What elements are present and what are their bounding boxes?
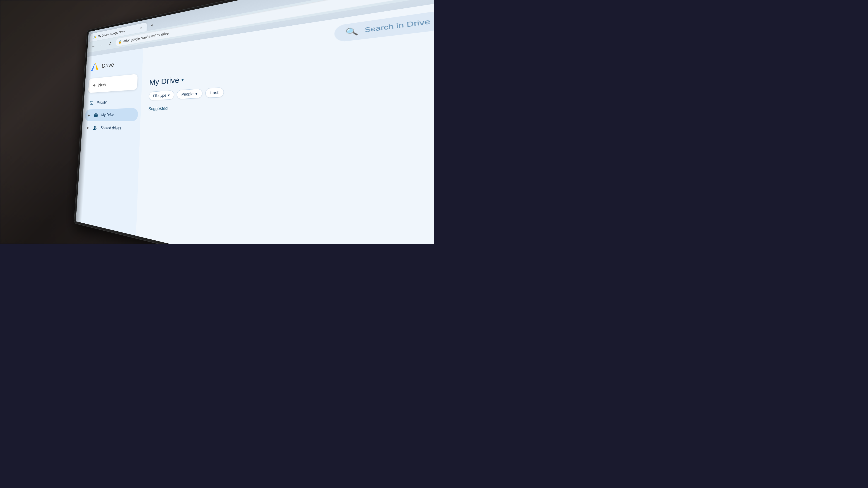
my-drive-dropdown-icon[interactable]: ▾ — [181, 77, 184, 83]
svg-point-10 — [95, 126, 96, 128]
new-button[interactable]: + New — [88, 74, 138, 93]
monitor-inner: My Drive - Google Drive × + ← → ↺ 🔒 — [74, 0, 434, 244]
monitor-bezel: My Drive - Google Drive × + ← → ↺ 🔒 — [74, 0, 434, 244]
new-plus-icon: + — [93, 82, 96, 89]
my-drive-icon — [93, 112, 99, 119]
new-tab-button[interactable]: + — [148, 21, 156, 30]
sidebar-item-priority-label: Priority — [97, 100, 107, 105]
file-type-label: File type — [153, 93, 166, 98]
file-type-arrow-icon: ▾ — [168, 93, 170, 97]
drive-wordmark: Drive — [101, 61, 114, 69]
search-icon: 🔍 — [345, 27, 358, 37]
filter-chip-file-type[interactable]: File type ▾ — [149, 90, 174, 101]
monitor: My Drive - Google Drive × + ← → ↺ 🔒 — [81, 26, 353, 219]
svg-point-9 — [94, 126, 95, 128]
svg-marker-4 — [91, 63, 95, 71]
filter-chip-last[interactable]: Last — [205, 87, 224, 98]
new-button-label: New — [98, 82, 106, 88]
svg-rect-7 — [94, 114, 98, 117]
drive-logo: Drive — [88, 54, 140, 75]
sidebar-item-shared-drives-label: Shared drives — [100, 126, 121, 131]
search-placeholder-text: Search in Drive — [365, 18, 431, 34]
tab-close-button[interactable]: × — [139, 25, 143, 30]
back-button[interactable]: ← — [90, 42, 96, 50]
drive-logo-icon — [90, 61, 100, 73]
people-label: People — [181, 92, 193, 96]
my-drive-title: My Drive — [149, 76, 179, 87]
sidebar-item-priority[interactable]: ☑ Priority — [86, 94, 138, 109]
filter-chip-people[interactable]: People ▾ — [177, 88, 202, 99]
sidebar-item-shared-drives[interactable]: ▶ Shared drives — [84, 122, 138, 135]
svg-marker-8 — [95, 113, 97, 114]
priority-icon: ☑ — [89, 100, 94, 106]
shared-drives-icon — [92, 124, 98, 131]
last-label: Last — [210, 90, 218, 95]
shared-drives-chevron-icon: ▶ — [87, 126, 89, 129]
svg-marker-5 — [95, 62, 99, 70]
sidebar-item-my-drive-label: My Drive — [101, 113, 114, 117]
scene: My Drive - Google Drive × + ← → ↺ 🔒 — [0, 0, 434, 244]
my-drive-chevron-icon: ▶ — [88, 114, 90, 117]
tab-favicon-icon — [93, 35, 97, 39]
reload-button[interactable]: ↺ — [107, 39, 113, 48]
lock-icon: 🔒 — [118, 40, 122, 44]
people-arrow-icon: ▾ — [195, 91, 197, 96]
screen: My Drive - Google Drive × + ← → ↺ 🔒 — [76, 0, 434, 244]
sidebar-item-my-drive[interactable]: ▶ My Drive — [85, 108, 138, 121]
sidebar: Drive + New ☑ Priority — [76, 48, 144, 236]
forward-button[interactable]: → — [98, 41, 105, 49]
